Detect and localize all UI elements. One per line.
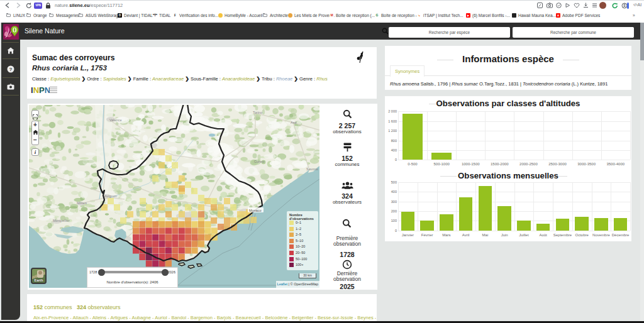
svg-text:Cuneo: Cuneo [254,160,264,163]
svg-text:Asti: Asti [291,121,296,124]
svg-text:Valence: Valence [109,118,121,122]
svg-text:Monaco: Monaco [249,209,262,212]
svg-text:Avignon: Avignon [104,194,117,198]
svg-text:Nîmes: Nîmes [77,201,87,205]
svg-text:Torino: Torino [253,111,262,114]
svg-text:?: ? [9,67,13,72]
svg-text:Montpellier: Montpellier [53,219,70,222]
svg-text:Savona: Savona [306,167,319,171]
